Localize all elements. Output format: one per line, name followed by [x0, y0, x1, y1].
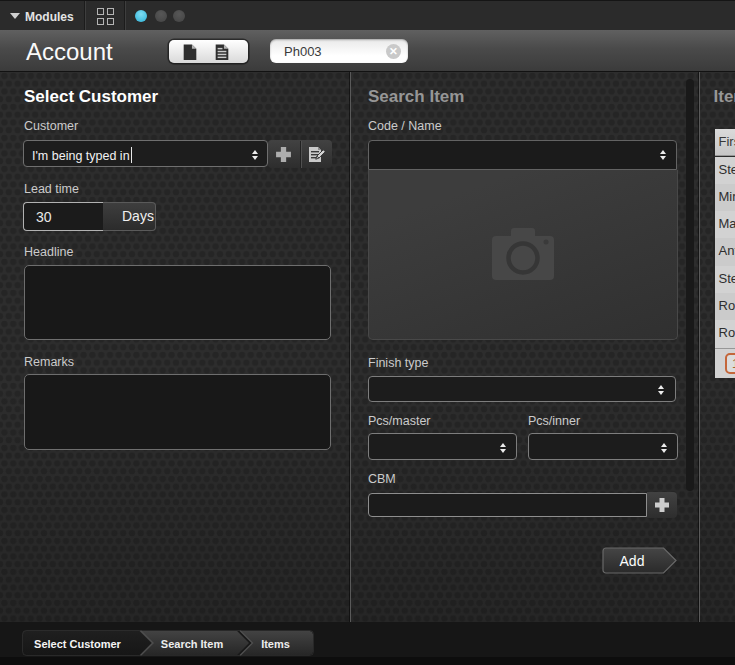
svg-text:Items: Items: [261, 638, 290, 650]
svg-text:Select Customer: Select Customer: [34, 638, 122, 650]
svg-text:Add: Add: [620, 553, 645, 569]
svg-text:Search Item: Search Item: [161, 638, 224, 650]
